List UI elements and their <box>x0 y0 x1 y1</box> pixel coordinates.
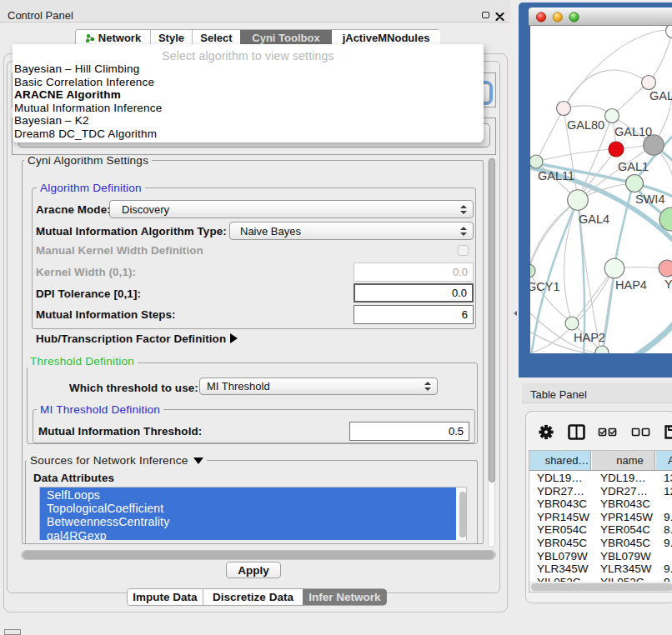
svg-text:GAL4: GAL4 <box>579 212 609 226</box>
svg-text:GAL80: GAL80 <box>567 118 604 132</box>
svg-text:Y: Y <box>664 278 672 291</box>
svg-text:HAP4: HAP4 <box>615 278 647 292</box>
svg-text:GAL11: GAL11 <box>538 169 574 182</box>
svg-text:GAL: GAL <box>649 89 672 102</box>
svg-text:GAL10: GAL10 <box>614 125 652 138</box>
svg-text:HAP2: HAP2 <box>574 331 605 344</box>
svg-text:GAL1: GAL1 <box>618 160 649 173</box>
svg-text:SWI4: SWI4 <box>635 192 664 206</box>
svg-text:GCY1: GCY1 <box>530 280 560 293</box>
